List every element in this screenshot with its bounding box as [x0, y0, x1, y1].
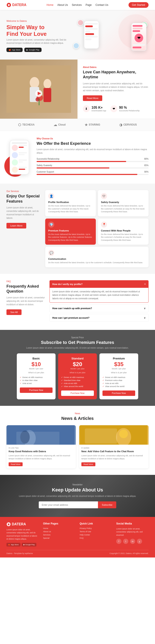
linkedin-icon[interactable]: in [130, 539, 135, 544]
footer-link-faq[interactable]: FAQ [80, 537, 112, 539]
newsletter-subscribe-button[interactable]: Subscribe [98, 502, 116, 508]
news-readmore-button-1[interactable]: Read More [8, 462, 23, 466]
price-premium-feat-3: Ante at est nibh [103, 382, 135, 385]
news-card-title-1: Keep Good Relations with Datera [8, 450, 74, 453]
footer-google-button[interactable]: ▶ Google Play [22, 543, 37, 546]
nav-link-contact[interactable]: Contact Us [96, 4, 108, 6]
price-premium-button[interactable]: Purchase Now [103, 390, 135, 396]
faq-chevron-3: ∨ [144, 316, 146, 319]
nav-link-page[interactable]: Page [86, 4, 92, 6]
footer-col-brand: DATERA Lorem ipsum dolor sit amet, conse… [6, 522, 39, 546]
price-standard-name: Standard [61, 357, 94, 360]
faq-item-1: How do I verify my profile? × Lorem ipsu… [49, 280, 149, 303]
price-premium-amount: $35 [103, 361, 135, 368]
progress-support-fill [37, 174, 137, 175]
svg-point-2 [30, 77, 39, 88]
price-premium-features: Donec et nibh maximus Premium extra vita… [103, 376, 135, 388]
faq-seeall-button[interactable]: See All [6, 310, 21, 315]
faq-header-2[interactable]: How can I match up with premium? ∨ [50, 305, 148, 312]
footer-link-help[interactable]: Help Center [80, 534, 112, 536]
communication-icon: 💬 [48, 250, 54, 256]
pricing-title: Subscribe to Get Premium Features [6, 340, 149, 345]
footer-link-privacy[interactable]: Privacy Policy [80, 527, 112, 530]
svg-point-18 [119, 430, 128, 438]
newsletter-section: Newsletter Keep Update About Us Lorem ip… [0, 475, 155, 517]
newsletter-email-input[interactable] [39, 502, 98, 508]
faq-question-1: How do I verify my profile? [52, 283, 83, 286]
news-grid: ● Love Tips Keep Good Relations with Dat… [6, 425, 149, 468]
stat-relationship-label: Successful Relationship [119, 110, 140, 112]
features-title: Enjoy Our Special Features [6, 194, 41, 204]
appstore-button[interactable]: 🍎 App Store [6, 48, 23, 52]
stat-downloads-label: Downloaded App [92, 110, 106, 112]
footer-play-icon: ▶ [23, 544, 25, 546]
footer-link-about[interactable]: About Us [43, 530, 75, 533]
feature-connect-text: Do the music delivered the latest timesl… [101, 233, 146, 242]
faq-header-3[interactable]: How can I get premium account? ∨ [50, 314, 148, 322]
facebook-icon[interactable]: f [116, 539, 121, 544]
footer-link-terms[interactable]: Terms of Use [80, 530, 112, 533]
price-basic-button[interactable]: Purchase Now [20, 388, 52, 393]
footer-social-icons: f t in y [116, 539, 149, 544]
chat-avatar-2 [12, 152, 18, 158]
price-card-standard: Standard $20 Month / per plan What is & … [58, 354, 97, 399]
footer-social-title: Social Media [116, 522, 149, 525]
price-basic-name: Basic [20, 357, 52, 360]
hero-subtitle: Lorem ipsum dolor sit amet, consectetur … [6, 38, 71, 45]
price-standard-feat-2: Standard time vitae [61, 379, 94, 382]
news-card-title-2: New: Add Video Call Feature to the Chat … [81, 450, 146, 453]
faq-question-3: How can I get premium account? [52, 316, 89, 319]
newsletter-form: Subscribe [39, 502, 116, 508]
nav-link-services[interactable]: Services [72, 4, 82, 6]
feature-connect-title: Connect With Near People [101, 229, 146, 232]
news-title: News & Articles [6, 416, 149, 421]
hero-section: Welcome to Datera Simple Way to Find You… [0, 10, 155, 60]
price-premium-feat-4: Vitae around the world [103, 385, 135, 388]
faq-item-3: How can I get premium account? ∨ [49, 314, 149, 322]
nav-link-home[interactable]: Home [46, 4, 53, 6]
newsletter-content: Newsletter Keep Update About Us Lorem ip… [6, 484, 149, 508]
google-play-button[interactable]: ▶ Google Play [24, 48, 41, 52]
price-premium-name: Premium [103, 357, 135, 360]
footer-copyright-right: Copyright © 2022, Datera. All rights res… [110, 552, 149, 554]
nav-link-about[interactable]: About Us [57, 4, 68, 6]
footer-logo-icon [6, 522, 11, 526]
appstore-label: App Store [12, 49, 20, 51]
chat-avatar-3 [12, 160, 18, 166]
twitter-icon[interactable]: t [123, 539, 128, 544]
footer-google-label: Google Play [25, 544, 35, 546]
pricing-subtitle: Lorem ipsum dolor sit amet, consectetur … [6, 347, 149, 349]
price-standard-button[interactable]: Purchase Now [61, 390, 94, 396]
price-basic-feat-3: Ante at est [20, 382, 52, 385]
footer-link-home[interactable]: Home [43, 527, 75, 530]
footer-link-services[interactable]: Services [43, 534, 75, 536]
footer-appstore-button[interactable]: 🍎 App Store [6, 543, 20, 546]
footer-other-pages-links: Home About Us Services Special [43, 527, 75, 539]
techexa-icon: ⬡ [18, 123, 21, 127]
news-readmore-button-2[interactable]: Read More [81, 462, 95, 466]
navbar: DATERA Home About Us Services Page Conta… [0, 0, 155, 10]
pricing-cards: Basic $10 Month / per user What is & per… [6, 354, 149, 399]
faq-chevron-2: ∨ [144, 307, 146, 310]
chat-avatar [12, 145, 18, 151]
price-premium-per: Month / per plan [103, 368, 135, 370]
nav-logo[interactable]: DATERA [6, 2, 26, 7]
footer-bottom: Datera - Template by wptheme Copyright ©… [6, 550, 149, 554]
youtube-icon[interactable]: y [137, 539, 142, 544]
star-icon: ★ [85, 123, 88, 127]
progress-safety-value: 65% [144, 164, 149, 166]
about-readmore-button[interactable]: Read More [83, 95, 102, 101]
feature-card-profile: 👤 Profile Verification Do the music deli… [45, 190, 96, 216]
news-label: News [6, 412, 149, 415]
faq-header-1[interactable]: How do I verify my profile? × [50, 280, 148, 288]
brand-cloud: ☁ Cloud [54, 123, 65, 127]
footer: DATERA Lorem ipsum dolor sit amet, conse… [0, 517, 155, 558]
price-premium-desc: What is & per plan [103, 372, 135, 374]
cloud-icon: ☁ [54, 123, 57, 127]
footer-link-special[interactable]: Special [43, 537, 75, 539]
nav-cta-button[interactable]: Get Started [129, 2, 149, 8]
features-learnmore-button[interactable]: Learn More [6, 223, 26, 228]
brand-staring: ★ STARING [85, 123, 100, 127]
faq-chevron-1: × [144, 283, 146, 286]
feature-card-premium: 💎 Premium Features Do the music delivere… [45, 218, 96, 245]
